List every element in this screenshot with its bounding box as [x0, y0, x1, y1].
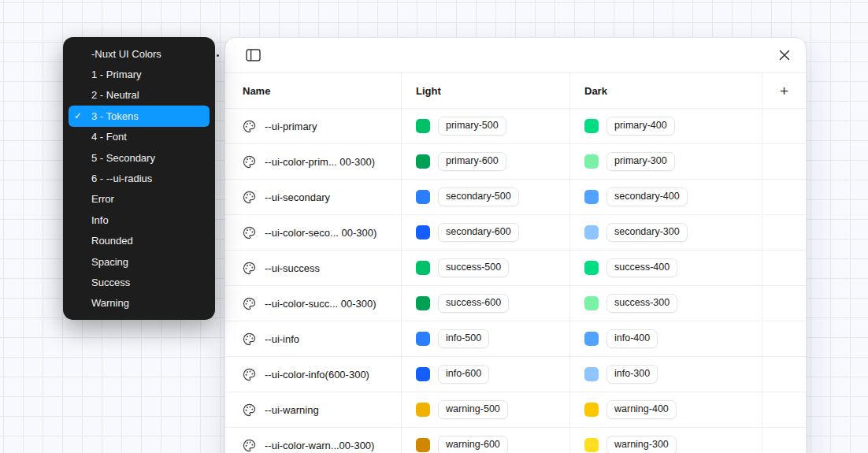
color-alias-pill[interactable]: success-400: [606, 258, 677, 277]
color-swatch[interactable]: [584, 403, 599, 417]
column-header-name[interactable]: Name: [225, 73, 402, 108]
add-mode-button[interactable]: +: [762, 73, 806, 108]
color-alias-pill[interactable]: success-600: [438, 294, 509, 313]
color-alias-pill[interactable]: primary-600: [438, 152, 506, 171]
table-row[interactable]: --ui-success success-500 success-400: [225, 251, 806, 286]
table-row[interactable]: --ui-color-prim... 00-300) primary-600 p…: [225, 144, 806, 180]
dropdown-menu-item[interactable]: ✓ 4 - Font: [69, 127, 210, 147]
dropdown-menu-item[interactable]: ✓ 5 - Secondary: [69, 147, 210, 168]
table-row[interactable]: --ui-color-warn...00-300) warning-600 wa…: [225, 428, 806, 453]
variable-name-cell[interactable]: --ui-color-info(600-300): [225, 357, 402, 392]
color-swatch[interactable]: [416, 438, 430, 452]
table-row[interactable]: --ui-color-succ... 00-300) success-600 s…: [225, 286, 806, 321]
light-value-cell[interactable]: secondary-600: [402, 215, 570, 250]
color-alias-pill[interactable]: secondary-400: [606, 188, 688, 206]
variable-name-cell[interactable]: --ui-color-succ... 00-300): [225, 286, 402, 321]
light-value-cell[interactable]: info-500: [402, 321, 570, 356]
dark-value-cell[interactable]: info-300: [570, 357, 762, 392]
variable-name-cell[interactable]: --ui-color-warn...00-300): [225, 428, 402, 453]
light-value-cell[interactable]: success-500: [402, 251, 570, 285]
variable-name-cell[interactable]: --ui-info: [225, 321, 402, 356]
color-alias-pill[interactable]: warning-300: [606, 436, 677, 453]
dropdown-menu-item[interactable]: ✓ Info: [69, 210, 210, 230]
variable-name-cell[interactable]: --ui-color-prim... 00-300): [225, 144, 402, 179]
color-alias-pill[interactable]: info-600: [438, 365, 489, 384]
light-value-cell[interactable]: secondary-500: [402, 180, 570, 214]
color-swatch[interactable]: [416, 296, 430, 310]
color-alias-pill[interactable]: secondary-300: [606, 223, 688, 242]
dropdown-menu-item[interactable]: ✓ Success: [69, 272, 210, 292]
table-row[interactable]: --ui-primary primary-500 primary-400: [225, 109, 806, 144]
light-value-cell[interactable]: info-600: [402, 357, 570, 392]
dark-value-cell[interactable]: info-400: [570, 321, 762, 356]
dropdown-menu-item[interactable]: ✓ Rounded: [69, 231, 210, 251]
light-value-cell[interactable]: warning-600: [402, 428, 570, 453]
color-alias-pill[interactable]: info-500: [438, 329, 489, 348]
color-alias-pill[interactable]: success-500: [438, 258, 509, 277]
dropdown-menu-item-label: Rounded: [91, 235, 133, 247]
color-swatch[interactable]: [416, 154, 430, 169]
table-row[interactable]: --ui-warning warning-500 warning-400: [225, 392, 806, 428]
column-header-dark[interactable]: Dark: [570, 73, 762, 108]
color-alias-pill[interactable]: primary-400: [606, 117, 675, 136]
color-swatch[interactable]: [416, 332, 430, 346]
color-swatch[interactable]: [584, 367, 599, 381]
color-swatch[interactable]: [584, 332, 599, 346]
toggle-sidebar-button[interactable]: [243, 45, 263, 65]
color-swatch[interactable]: [416, 190, 430, 204]
dropdown-menu-item[interactable]: ✓ Error: [69, 189, 210, 210]
color-alias-pill[interactable]: secondary-600: [438, 223, 519, 242]
light-value-cell[interactable]: primary-500: [402, 109, 570, 143]
color-alias-pill[interactable]: info-400: [606, 329, 658, 348]
table-row[interactable]: --ui-color-info(600-300) info-600 info-3…: [225, 357, 806, 392]
table-row[interactable]: --ui-secondary secondary-500 secondary-4…: [225, 180, 806, 215]
dark-value-cell[interactable]: secondary-400: [570, 180, 762, 214]
color-swatch[interactable]: [584, 296, 599, 310]
dropdown-menu-item[interactable]: ✓ Spacing: [69, 251, 210, 272]
dropdown-menu-item[interactable]: ✓ 2 - Neutral: [69, 85, 210, 106]
color-swatch[interactable]: [584, 119, 599, 133]
light-value-cell[interactable]: warning-500: [402, 392, 570, 427]
color-alias-pill[interactable]: primary-300: [606, 152, 675, 171]
variable-name-cell[interactable]: --ui-primary: [225, 109, 402, 143]
dark-value-cell[interactable]: primary-300: [570, 144, 762, 179]
close-panel-button[interactable]: [774, 45, 795, 65]
color-alias-pill[interactable]: primary-500: [438, 117, 506, 136]
light-value-cell[interactable]: primary-600: [402, 144, 570, 179]
table-row[interactable]: --ui-info info-500 info-400: [225, 321, 806, 357]
color-alias-pill[interactable]: info-300: [606, 365, 658, 384]
dark-value-cell[interactable]: success-300: [570, 286, 762, 321]
dropdown-menu-item[interactable]: ✓ 3 - Tokens: [69, 106, 210, 126]
variable-name-cell[interactable]: --ui-warning: [225, 392, 402, 427]
table-row[interactable]: --ui-color-seco... 00-300) secondary-600…: [225, 215, 806, 251]
color-alias-pill[interactable]: secondary-500: [438, 188, 519, 206]
column-header-light[interactable]: Light: [402, 73, 570, 108]
color-alias-pill[interactable]: success-300: [606, 294, 677, 313]
dark-value-cell[interactable]: secondary-300: [570, 215, 762, 250]
color-swatch[interactable]: [416, 403, 430, 417]
dark-value-cell[interactable]: warning-400: [570, 392, 762, 427]
dropdown-menu-item[interactable]: ✓ 1 - Primary: [69, 64, 210, 84]
dropdown-menu-item[interactable]: ✓ Warning: [69, 293, 210, 314]
color-swatch[interactable]: [416, 225, 430, 239]
variable-name-cell[interactable]: --ui-color-seco... 00-300): [225, 215, 402, 250]
variable-name-cell[interactable]: --ui-success: [225, 251, 402, 285]
color-alias-pill[interactable]: warning-400: [606, 400, 677, 419]
light-value-cell[interactable]: success-600: [402, 286, 570, 321]
color-swatch[interactable]: [584, 438, 599, 452]
color-swatch[interactable]: [584, 190, 599, 204]
color-alias-pill[interactable]: warning-600: [438, 436, 508, 453]
dark-value-cell[interactable]: warning-300: [570, 428, 762, 453]
dropdown-menu-item[interactable]: ✓ 6 - --ui-radius: [69, 168, 210, 188]
dropdown-menu-item[interactable]: ✓ -Nuxt UI Colors: [69, 43, 210, 64]
color-swatch[interactable]: [416, 119, 430, 133]
color-swatch[interactable]: [584, 154, 599, 169]
dark-value-cell[interactable]: primary-400: [570, 109, 762, 143]
variable-name-cell[interactable]: --ui-secondary: [225, 180, 402, 214]
color-swatch[interactable]: [584, 225, 599, 239]
color-swatch[interactable]: [584, 261, 599, 275]
color-swatch[interactable]: [416, 261, 430, 275]
color-alias-pill[interactable]: warning-500: [438, 400, 508, 419]
color-swatch[interactable]: [416, 367, 430, 381]
dark-value-cell[interactable]: success-400: [570, 251, 762, 285]
